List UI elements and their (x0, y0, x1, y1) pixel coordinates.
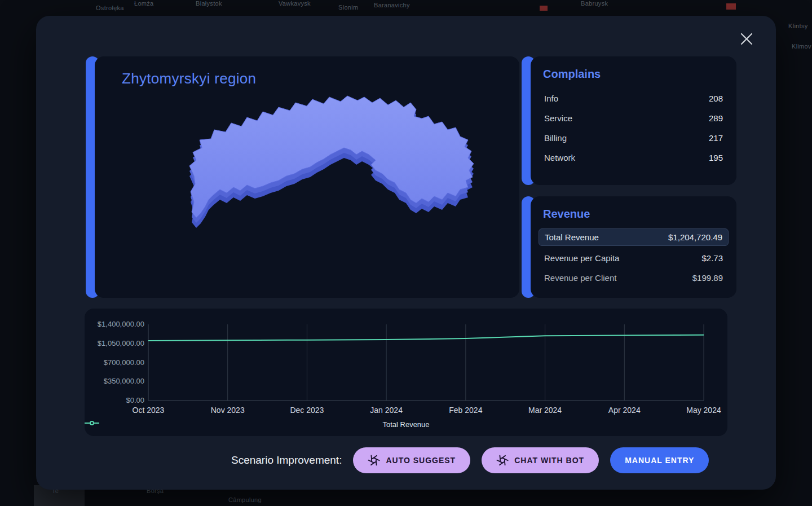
map-label: Białystok (196, 0, 222, 7)
legend-marker-icon (85, 420, 99, 426)
y-axis-label: $700,000.00 (104, 358, 144, 367)
map-label: Câmpulung (228, 496, 262, 503)
revenue-rows: Total Revenue$1,204,720.49Revenue per Ca… (543, 228, 724, 288)
chat-with-bot-button[interactable]: CHAT WITH BOT (482, 447, 599, 473)
stat-value: 195 (709, 153, 723, 162)
stat-value: $2.73 (701, 253, 723, 263)
stat-value: $1,204,720.49 (668, 232, 722, 242)
stat-value: $199.89 (692, 273, 723, 283)
y-axis-label: $1,050,000.00 (98, 339, 144, 347)
stat-row[interactable]: Total Revenue$1,204,720.49 (539, 228, 729, 246)
stat-row: Network195 (543, 148, 724, 168)
chart-legend[interactable]: Total Revenue (85, 420, 727, 429)
region-detail-modal: Zhytomyrskyi region Complains Info208Ser… (36, 16, 776, 490)
x-axis-label: Nov 2023 (211, 406, 245, 415)
button-label: CHAT WITH BOT (514, 456, 584, 465)
region-map-card: Zhytomyrskyi region (86, 56, 519, 298)
map-label: Slonim (338, 4, 358, 11)
stat-label: Network (544, 153, 575, 162)
complains-title: Complains (543, 68, 724, 81)
revenue-chart-card: Oct 2023Nov 2023Dec 2023Jan 2024Feb 2024… (85, 309, 727, 436)
button-label: AUTO SUGGEST (386, 456, 456, 465)
stat-label: Revenue per Capita (544, 253, 619, 263)
stat-row: Info208 (543, 89, 724, 108)
openai-logo-icon (368, 454, 380, 467)
stat-label: Service (544, 113, 572, 123)
openai-logo-icon (496, 454, 509, 467)
region-3d-map[interactable] (182, 91, 480, 237)
map-label: Klimov (792, 43, 811, 50)
footer-buttons: AUTO SUGGESTCHAT WITH BOTMANUAL ENTRY (353, 447, 709, 473)
stat-value: 289 (709, 113, 723, 123)
map-label: Babruysk (581, 0, 608, 7)
button-label: MANUAL ENTRY (625, 456, 694, 465)
map-label: Vawkavysk (279, 0, 311, 7)
stat-label: Billing (544, 133, 567, 143)
x-axis-label: May 2024 (686, 406, 721, 415)
map-label: Baranavichy (374, 2, 410, 8)
map-red-area (540, 6, 548, 11)
region-title: Zhytomyrskyi region (122, 70, 256, 87)
x-axis-label: Dec 2023 (290, 406, 324, 415)
y-axis-label: $350,000.00 (104, 377, 144, 385)
revenue-chart-svg[interactable]: Oct 2023Nov 2023Dec 2023Jan 2024Feb 2024… (85, 309, 727, 436)
stat-row: Service289 (543, 108, 724, 128)
stat-row[interactable]: Revenue per Capita$2.73 (543, 248, 724, 268)
x-axis-label: Mar 2024 (528, 406, 562, 415)
auto-suggest-button[interactable]: AUTO SUGGEST (353, 447, 470, 473)
close-button[interactable] (738, 30, 756, 48)
x-axis-label: Apr 2024 (608, 406, 641, 415)
close-icon (739, 31, 754, 47)
map-label: Ostrołęka (96, 5, 124, 11)
complains-card: Complains Info208Service289Billing217Net… (522, 56, 736, 185)
y-axis-label: $1,400,000.00 (98, 320, 144, 328)
scenario-footer: Scenario Improvement: AUTO SUGGESTCHAT W… (231, 447, 709, 473)
revenue-title: Revenue (543, 208, 724, 221)
stat-value: 208 (709, 94, 723, 103)
map-red-area (726, 3, 736, 10)
y-axis-label: $0.00 (126, 396, 144, 404)
stat-label: Total Revenue (545, 232, 599, 242)
scenario-improvement-label: Scenario Improvement: (231, 454, 342, 467)
map-label: Klintsy (788, 23, 808, 29)
manual-entry-button[interactable]: MANUAL ENTRY (610, 447, 709, 473)
stat-value: 217 (709, 133, 723, 143)
map-label: Łomża (134, 0, 154, 7)
stat-row: Billing217 (543, 128, 724, 148)
x-axis-label: Oct 2023 (133, 406, 165, 415)
stat-row[interactable]: Revenue per Client$199.89 (543, 268, 724, 288)
x-axis-label: Jan 2024 (370, 406, 403, 415)
x-axis-label: Feb 2024 (449, 406, 482, 415)
stat-label: Revenue per Client (544, 273, 616, 283)
revenue-card: Revenue Total Revenue$1,204,720.49Revenu… (522, 196, 736, 298)
series-line (148, 335, 704, 341)
legend-label: Total Revenue (382, 420, 429, 429)
complains-rows: Info208Service289Billing217Network195 (543, 89, 724, 168)
stat-label: Info (544, 94, 558, 103)
